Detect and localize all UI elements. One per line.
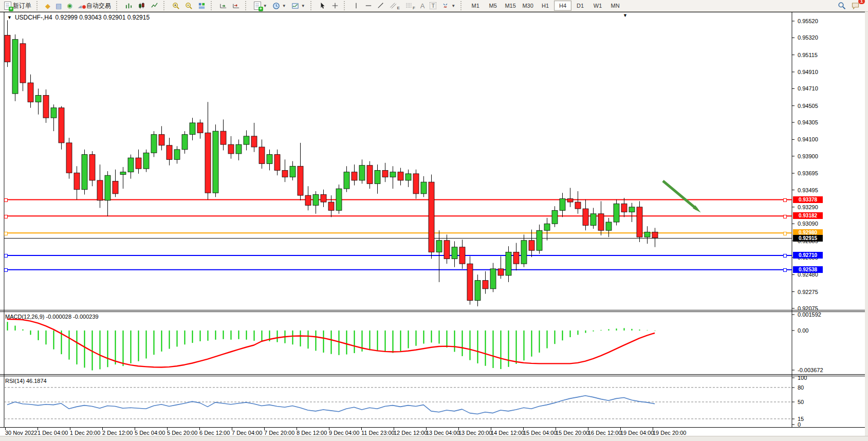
chevron-down-icon: ▼ bbox=[451, 4, 455, 8]
level-line-handle[interactable] bbox=[4, 268, 8, 272]
toolbar-separator bbox=[245, 1, 249, 10]
timeframe-button-h1[interactable]: H1 bbox=[537, 1, 554, 11]
trendline-tool-button[interactable] bbox=[375, 0, 387, 11]
chart-shift-button[interactable] bbox=[230, 0, 243, 11]
level-line-handle[interactable] bbox=[4, 198, 8, 202]
chart-shift-icon bbox=[232, 2, 240, 10]
main-toolbar: + 新订单 ◆ ▤ ◉ ☁ 自动交易 +▼ ▼ ▼ bbox=[0, 0, 868, 12]
timeframe-button-m15[interactable]: M15 bbox=[502, 1, 519, 11]
level-line-handle[interactable] bbox=[783, 215, 787, 218]
time-axis-label: 19 Dec 04:00 bbox=[620, 430, 654, 436]
time-axis-label: 19 Dec 20:00 bbox=[653, 430, 686, 436]
time-axis-label: 12 Dec 12:00 bbox=[394, 430, 427, 436]
channel-icon bbox=[390, 2, 397, 9]
fibonacci-tool-button[interactable]: F bbox=[402, 0, 418, 11]
text-tool-button[interactable]: A bbox=[418, 0, 428, 11]
time-axis-label: 1 Dec 20:00 bbox=[70, 430, 100, 436]
macd-axis-label: 0.00 bbox=[798, 327, 808, 334]
time-axis-label: 6 Dec 12:00 bbox=[199, 430, 230, 436]
level-line-handle[interactable] bbox=[783, 268, 787, 272]
level-line-handle[interactable] bbox=[4, 215, 8, 218]
price-axis-label: 0.93290 bbox=[798, 204, 818, 210]
tile-windows-button[interactable] bbox=[195, 0, 208, 11]
market-watch-button[interactable]: ▤ bbox=[53, 0, 64, 11]
bar-chart-button[interactable] bbox=[122, 0, 135, 11]
search-button[interactable] bbox=[835, 0, 848, 11]
level-line-handle[interactable] bbox=[4, 232, 8, 235]
new-chart-button[interactable]: +▼ bbox=[251, 0, 270, 11]
timeframe-button-d1[interactable]: D1 bbox=[571, 1, 589, 11]
text-label-tool-button[interactable]: T bbox=[427, 0, 439, 11]
vertical-line-tool-button[interactable] bbox=[350, 0, 362, 11]
current-price-badge: 0.92915 bbox=[793, 235, 823, 242]
level-line-handle[interactable] bbox=[783, 198, 787, 202]
zoom-out-button[interactable] bbox=[182, 0, 195, 11]
signals-icon: ◉ bbox=[67, 3, 72, 9]
time-axis-label: 13 Dec 04:00 bbox=[426, 430, 459, 436]
chart-window: ▼ USDCHF-,H4 0.92999 0.93043 0.92901 0.9… bbox=[0, 12, 868, 441]
autotrade-label: 自动交易 bbox=[86, 2, 111, 10]
chart-quotes: 0.92999 0.93043 0.92901 0.92915 bbox=[56, 14, 150, 21]
autotrade-icon: ☁ bbox=[78, 2, 85, 9]
level-line-handle[interactable] bbox=[783, 232, 787, 235]
toolbar-separator bbox=[36, 1, 40, 10]
tile-windows-icon bbox=[198, 2, 206, 10]
toolbar-separator bbox=[211, 1, 214, 10]
rsi-axis-label: 0 bbox=[798, 421, 801, 428]
timeframe-button-m1[interactable]: M1 bbox=[467, 1, 484, 11]
line-chart-button[interactable] bbox=[148, 0, 161, 11]
profiles-button[interactable]: ▼ bbox=[270, 0, 289, 11]
zoom-in-button[interactable] bbox=[170, 0, 182, 11]
fibonacci-icon bbox=[405, 2, 413, 9]
toolbar-separator bbox=[344, 1, 347, 10]
price-axis-label: 0.95115 bbox=[798, 52, 818, 58]
arrows-shapes-icon bbox=[441, 2, 449, 9]
timeframe-button-w1[interactable]: W1 bbox=[589, 1, 606, 11]
auto-scroll-button[interactable] bbox=[217, 0, 230, 11]
dropdown-triangle-icon[interactable]: ▼ bbox=[7, 15, 12, 20]
text-label-tool-icon: T bbox=[430, 2, 436, 9]
price-axis-label: 0.93495 bbox=[798, 187, 818, 193]
price-axis-label: 0.93695 bbox=[798, 170, 818, 176]
candlestick-chart-button[interactable] bbox=[135, 0, 148, 11]
price-axis-label: 0.92075 bbox=[798, 305, 818, 311]
rsi-indicator-label: RSI(14) 46.1874 bbox=[5, 378, 47, 384]
candlestick-chart-icon bbox=[138, 2, 145, 10]
time-axis-label: 15 Dec 20:00 bbox=[556, 430, 589, 436]
vertical-line-icon bbox=[353, 2, 360, 9]
cursor-icon bbox=[319, 2, 326, 9]
crosshair-tool-button[interactable] bbox=[329, 0, 341, 11]
market-watch-icon: ▤ bbox=[56, 3, 62, 9]
horizontal-line-tool-button[interactable] bbox=[362, 0, 375, 11]
chart-shift-marker-icon[interactable]: ▼ bbox=[623, 13, 627, 18]
equidistant-channel-tool-button[interactable]: E bbox=[387, 0, 402, 11]
chevron-down-icon: ▼ bbox=[282, 4, 286, 8]
level-line-handle[interactable] bbox=[4, 254, 8, 258]
time-axis-label: 9 Dec 04:00 bbox=[329, 430, 359, 436]
crosshair-icon bbox=[331, 2, 339, 9]
arrows-tool-button[interactable]: ▼ bbox=[439, 0, 458, 11]
cursor-tool-button[interactable] bbox=[317, 0, 329, 11]
window-edge bbox=[865, 12, 868, 436]
timeframe-group: M1M5M15M30H1H4D1W1MN bbox=[465, 0, 625, 11]
time-axis-label: 8 Dec 12:00 bbox=[297, 430, 327, 436]
notification-count-badge: 1 bbox=[858, 0, 865, 4]
price-axis-label: 0.94100 bbox=[798, 136, 818, 142]
new-order-button[interactable]: + 新订单 bbox=[2, 0, 34, 11]
price-axis-label: 0.94505 bbox=[798, 103, 818, 109]
toolbar-separator bbox=[163, 1, 167, 10]
timeframe-button-h4[interactable]: H4 bbox=[554, 1, 571, 11]
level-line-handle[interactable] bbox=[783, 254, 787, 258]
text-tool-icon: A bbox=[420, 2, 425, 10]
status-strip bbox=[0, 436, 868, 441]
autotrade-button[interactable]: ☁ 自动交易 bbox=[75, 0, 114, 11]
macd-indicator-label: MACD(12,26,9) -0.000028 -0.000239 bbox=[5, 314, 99, 320]
timeframe-button-mn[interactable]: MN bbox=[606, 1, 624, 11]
timeframe-button-m5[interactable]: M5 bbox=[484, 1, 502, 11]
timeframe-button-m30[interactable]: M30 bbox=[519, 1, 537, 11]
eraser-button[interactable]: ◆ bbox=[43, 0, 53, 11]
time-axis-label: 11 Dec 23:00 bbox=[361, 430, 395, 436]
indicators-button[interactable]: ▼ bbox=[289, 0, 308, 11]
notifications-button[interactable]: 1 bbox=[848, 0, 862, 11]
signals-button[interactable]: ◉ bbox=[64, 0, 75, 11]
